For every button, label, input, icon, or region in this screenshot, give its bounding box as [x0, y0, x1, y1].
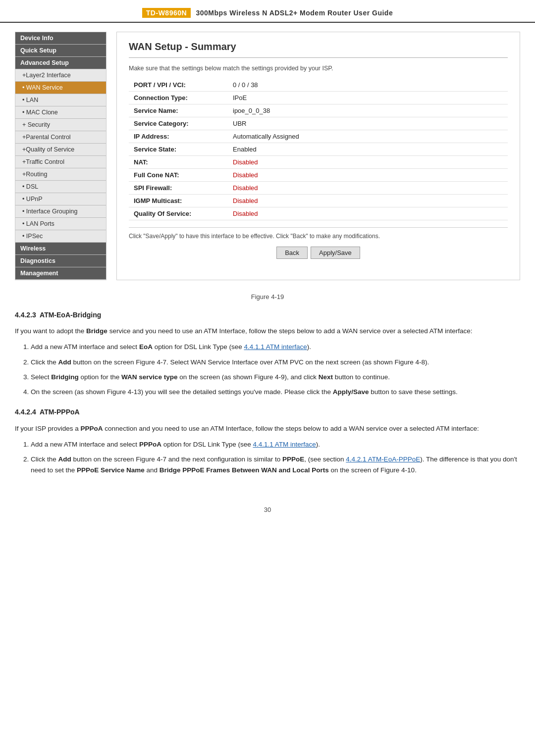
table-row: PORT / VPI / VCI: 0 / 0 / 38 — [129, 79, 508, 92]
table-row: Connection Type: IPoE — [129, 92, 508, 104]
list-item: Click the Add button on the screen Figur… — [31, 454, 520, 476]
list-item: Click the Add button on the screen Figur… — [31, 357, 520, 368]
row-value: Disabled — [228, 195, 508, 207]
model-badge: TD-W8960N — [142, 8, 191, 18]
list-item: Add a new ATM interface and select EoA o… — [31, 342, 520, 353]
row-label: Quality Of Service: — [129, 207, 228, 220]
sidebar-item-routing[interactable]: +Routing — [15, 168, 106, 181]
row-value: Disabled — [228, 169, 508, 182]
list-item: Add a new ATM interface and select PPPoA… — [31, 439, 520, 450]
list-item: On the screen (as shown Figure 4-13) you… — [31, 387, 520, 398]
link-4421-atm-eoa-pppoe[interactable]: 4.4.2.1 ATM-EoA-PPPoE — [346, 455, 420, 463]
table-row: Quality Of Service: Disabled — [129, 207, 508, 220]
list-item: Select Bridging option for the WAN servi… — [31, 372, 520, 383]
page-header: TD-W8960N 300Mbps Wireless N ADSL2+ Mode… — [0, 0, 535, 23]
section-heading-4424: 4.4.2.4 ATM-PPPoA — [15, 406, 520, 418]
sidebar-item-quick-setup[interactable]: Quick Setup — [15, 45, 106, 57]
sidebar-item-parental-control[interactable]: +Parental Control — [15, 131, 106, 144]
doc-body: 4.4.2.3 ATM-EoA-Bridging If you want to … — [0, 309, 535, 497]
sidebar-item-wan-service[interactable]: • WAN Service — [15, 82, 106, 94]
table-row: IGMP Multicast: Disabled — [129, 195, 508, 207]
section-num-4423: 4.4.2.3 — [15, 311, 36, 319]
panel: WAN Setup - Summary Make sure that the s… — [116, 32, 520, 280]
sidebar-item-quality-of-service[interactable]: +Quality of Service — [15, 144, 106, 156]
section-4424-steps: Add a new ATM interface and select PPPoA… — [31, 439, 520, 476]
table-row: Service State: Enabled — [129, 143, 508, 156]
sidebar-item-device-info[interactable]: Device Info — [15, 32, 106, 45]
row-value: Automatically Assigned — [228, 130, 508, 143]
sidebar-item-wireless[interactable]: Wireless — [15, 243, 106, 255]
main-content: Device Info Quick Setup Advanced Setup +… — [0, 23, 535, 289]
row-value: Disabled — [228, 182, 508, 195]
row-label: Service State: — [129, 143, 228, 156]
sidebar-item-lan-ports[interactable]: • LAN Ports — [15, 218, 106, 230]
sidebar-item-interface-grouping[interactable]: • Interface Grouping — [15, 205, 106, 218]
row-value: ipoe_0_0_38 — [228, 104, 508, 117]
header-title: 300Mbps Wireless N ADSL2+ Modem Router U… — [196, 9, 393, 17]
row-value: UBR — [228, 117, 508, 130]
sidebar-item-security[interactable]: + Security — [15, 119, 106, 131]
row-value: Disabled — [228, 156, 508, 169]
sidebar-item-mac-clone[interactable]: • MAC Clone — [15, 106, 106, 119]
section-4423-steps: Add a new ATM interface and select EoA o… — [31, 342, 520, 398]
row-label: NAT: — [129, 156, 228, 169]
panel-note: Make sure that the settings below match … — [129, 65, 508, 72]
sidebar-item-lan[interactable]: • LAN — [15, 94, 106, 106]
table-row: SPI Firewall: Disabled — [129, 182, 508, 195]
row-label: Service Category: — [129, 117, 228, 130]
page-number: 30 — [0, 497, 535, 518]
footer-note: Click "Save/Apply" to have this interfac… — [129, 227, 508, 240]
row-label: PORT / VPI / VCI: — [129, 79, 228, 92]
summary-table: PORT / VPI / VCI: 0 / 0 / 38 Connection … — [129, 79, 508, 220]
table-row: Full Cone NAT: Disabled — [129, 169, 508, 182]
section-4424-intro: If your ISP provides a PPPoA connection … — [15, 423, 520, 434]
sidebar-item-ipsec[interactable]: • IPSec — [15, 230, 106, 243]
back-button[interactable]: Back — [276, 247, 308, 259]
link-4411-atm[interactable]: 4.4.1.1 ATM interface — [244, 343, 307, 351]
table-row: Service Name: ipoe_0_0_38 — [129, 104, 508, 117]
row-label: Full Cone NAT: — [129, 169, 228, 182]
figure-caption: Figure 4-19 — [0, 293, 535, 301]
sidebar-item-upnp[interactable]: • UPnP — [15, 193, 106, 205]
sidebar-item-traffic-control[interactable]: +Traffic Control — [15, 156, 106, 168]
sidebar-item-diagnostics[interactable]: Diagnostics — [15, 255, 106, 267]
table-row: Service Category: UBR — [129, 117, 508, 130]
table-row: NAT: Disabled — [129, 156, 508, 169]
row-value: Disabled — [228, 207, 508, 220]
sidebar-item-management[interactable]: Management — [15, 267, 106, 280]
row-label: IP Address: — [129, 130, 228, 143]
sidebar-item-dsl[interactable]: • DSL — [15, 181, 106, 193]
section-4423-intro: If you want to adopt the Bridge service … — [15, 326, 520, 337]
link-4411-atm-2[interactable]: 4.4.1.1 ATM interface — [253, 441, 316, 448]
table-row: IP Address: Automatically Assigned — [129, 130, 508, 143]
sidebar-item-advanced-setup[interactable]: Advanced Setup — [15, 57, 106, 69]
section-heading-4423: 4.4.2.3 ATM-EoA-Bridging — [15, 309, 520, 321]
sidebar: Device Info Quick Setup Advanced Setup +… — [15, 32, 107, 280]
panel-title: WAN Setup - Summary — [129, 41, 508, 58]
sidebar-item-layer2-interface[interactable]: +Layer2 Interface — [15, 69, 106, 82]
row-label: SPI Firewall: — [129, 182, 228, 195]
button-row: Back Apply/Save — [129, 247, 508, 259]
row-value: Enabled — [228, 143, 508, 156]
row-value: IPoE — [228, 92, 508, 104]
row-label: Service Name: — [129, 104, 228, 117]
section-num-4424: 4.4.2.4 — [15, 408, 36, 416]
row-label: IGMP Multicast: — [129, 195, 228, 207]
row-label: Connection Type: — [129, 92, 228, 104]
row-value: 0 / 0 / 38 — [228, 79, 508, 92]
apply-save-button[interactable]: Apply/Save — [311, 247, 360, 259]
